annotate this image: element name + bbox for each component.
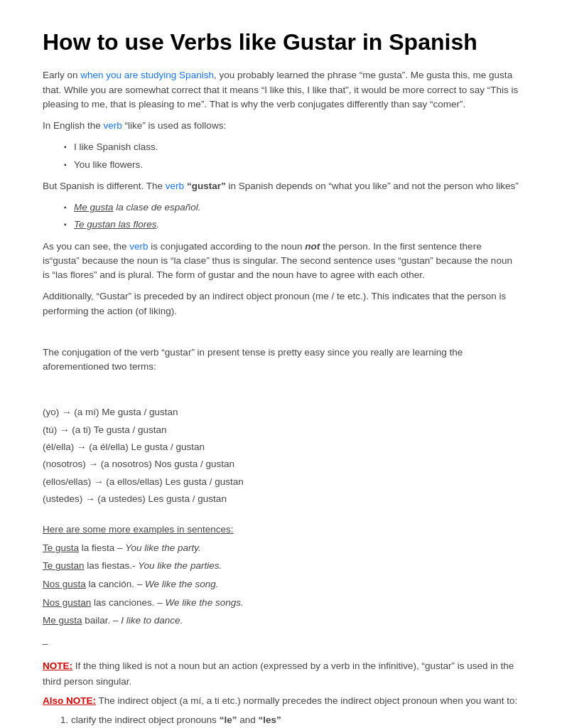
conjugation-row: (ustedes) → (a ustedes) Les gusta / gust… — [43, 491, 519, 508]
gustar-bold: “gustar” — [187, 181, 226, 191]
spanish-examples-list: Me gusta la clase de español. Te gustan … — [64, 200, 519, 232]
intro-p2: In English the verb “like” is used as fo… — [43, 119, 519, 133]
note-list: clarify the indirect object pronouns “le… — [71, 713, 519, 728]
not-text: not — [305, 241, 320, 252]
example-line-4: Nos gustan las canciones. – We like the … — [43, 594, 519, 612]
verb-link-3[interactable]: verb — [129, 241, 148, 252]
intro-p1-before: Early on — [43, 70, 80, 80]
intro-p3: But Spanish is different. The verb “gust… — [43, 179, 519, 193]
example-line-1: Te gusta la fiesta – You like the party. — [43, 539, 519, 557]
list-item: Te gustan las flores. — [64, 218, 519, 232]
examples-header: Here are some more examples in sentences… — [43, 520, 519, 539]
note-1-text: If the thing liked is not a noun but an … — [43, 660, 514, 687]
divider: – — [43, 637, 519, 651]
intro-p4-after1: is conjugated according to the noun — [148, 241, 306, 252]
intro-p4: As you can see, the verb is conjugated a… — [43, 240, 519, 283]
verb-link-1[interactable]: verb — [104, 120, 122, 131]
note-2-text: The indirect object (a mí, a ti etc.) no… — [96, 695, 517, 706]
intro-p3-before: But Spanish is different. The — [43, 181, 166, 191]
list-item: Me gusta la clase de español. — [64, 200, 519, 215]
studying-spanish-link[interactable]: when you are studying Spanish — [80, 70, 214, 80]
intro-p5: Additionally, “Gustar” is preceded by an… — [43, 289, 519, 318]
note-2: Also NOTE: The indirect object (a mí, a … — [43, 693, 519, 709]
example-line-5: Me gusta bailar. – I like to dance. — [43, 611, 519, 630]
intro-p1: Early on when you are studying Spanish, … — [43, 68, 519, 112]
also-note-label: Also NOTE: — [43, 695, 96, 706]
intro-p4-before: As you can see, the — [43, 241, 129, 252]
example-line-2: Te gustan las fiestas.- You like the par… — [43, 557, 519, 575]
example-line-3: Nos gusta la canción. – We like the song… — [43, 575, 519, 594]
conjugation-block: (yo) → (a mí) Me gusta / gustan (tú) → (… — [43, 404, 519, 508]
conjugation-row: (ellos/ellas) → (a ellos/ellas) Les gust… — [43, 473, 519, 491]
conjugation-intro: The conjugation of the verb “gustar” in … — [43, 346, 519, 375]
conjugation-row: (yo) → (a mí) Me gusta / gustan — [43, 404, 519, 421]
note-1: NOTE: If the thing liked is not a noun b… — [43, 658, 519, 689]
page-title: How to use Verbs like Gustar in Spanish — [43, 28, 519, 55]
intro-p2-before: In English the — [43, 120, 104, 131]
list-item: You like flowers. — [64, 158, 519, 172]
intro-p2-after: “like” is used as follows: — [122, 120, 226, 131]
verb-link-2[interactable]: verb — [166, 181, 184, 191]
list-item: clarify the indirect object pronouns “le… — [71, 713, 519, 727]
examples-block: Here are some more examples in sentences… — [43, 520, 519, 630]
list-item: I like Spanish class. — [64, 140, 519, 154]
intro-p3-after: in Spanish depends on “what you like” an… — [226, 181, 519, 191]
conjugation-row: (él/ella) → (a él/ella) Le gusta / gusta… — [43, 439, 519, 456]
english-examples-list: I like Spanish class. You like flowers. — [64, 140, 519, 172]
conjugation-row: (nosotros) → (a nosotros) Nos gusta / gu… — [43, 456, 519, 473]
note-label-1: NOTE: — [43, 660, 72, 671]
conjugation-row: (tú) → (a ti) Te gusta / gustan — [43, 422, 519, 439]
